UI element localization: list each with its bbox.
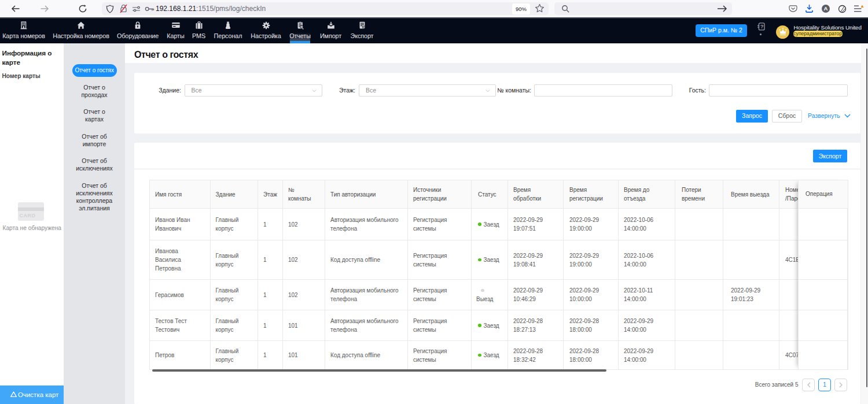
svg-text:?: ? [760,23,764,29]
